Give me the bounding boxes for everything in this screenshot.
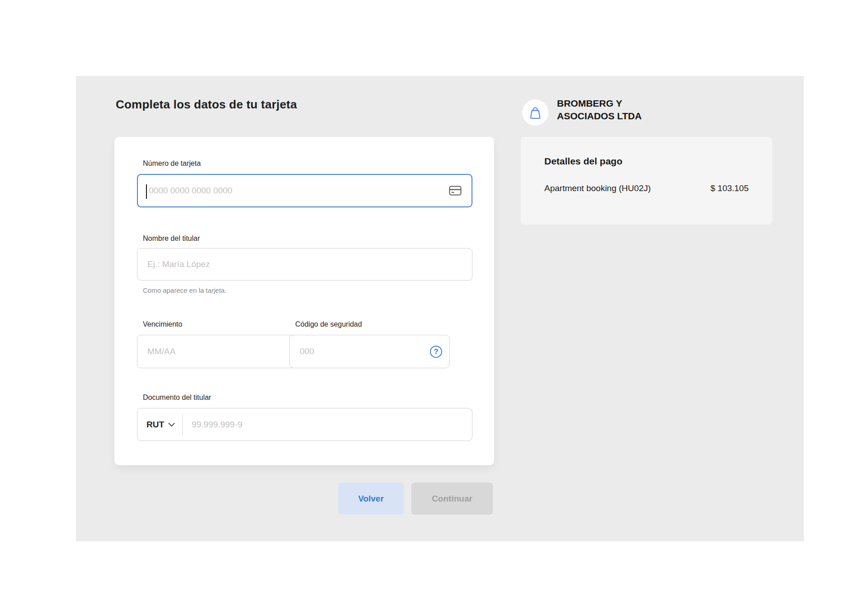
shopping-bag-icon <box>528 105 542 120</box>
continue-button[interactable]: Continuar <box>411 483 493 515</box>
payment-details-panel: Detalles del pago Apartment booking (HU0… <box>521 137 772 225</box>
document-field[interactable]: RUT <box>137 408 472 441</box>
question-mark-icon[interactable]: ? <box>430 346 442 358</box>
document-number-input[interactable] <box>183 408 472 441</box>
checkout-page: Completa los datos de tu tarjeta Número … <box>0 0 868 614</box>
card-number-label: Número de tarjeta <box>143 159 201 168</box>
document-label: Documento del titular <box>143 394 211 402</box>
cardholder-name-input[interactable] <box>137 248 472 280</box>
merchant-name: BROMBERG Y ASOCIADOS LTDA <box>557 97 642 122</box>
document-type-value: RUT <box>146 420 164 430</box>
payment-details-title: Detalles del pago <box>544 156 623 167</box>
card-form: Número de tarjeta Nombre del titular Com… <box>114 137 494 465</box>
payment-amount: $ 103.105 <box>710 183 749 193</box>
payment-item-label: Apartment booking (HU02J) <box>544 183 651 193</box>
back-button[interactable]: Volver <box>338 483 404 515</box>
chevron-down-icon <box>168 422 175 427</box>
credit-card-icon <box>449 186 462 196</box>
page-title: Completa los datos de tu tarjeta <box>116 98 297 112</box>
expiration-input[interactable] <box>137 335 299 368</box>
cardholder-name-label: Nombre del titular <box>143 234 200 243</box>
security-code-label: Código de seguridad <box>295 320 362 328</box>
cardholder-name-field[interactable] <box>137 248 472 281</box>
card-number-input[interactable] <box>138 175 472 206</box>
text-caret <box>146 184 147 199</box>
expiration-label: Vencimiento <box>143 320 182 328</box>
security-code-field[interactable]: ? <box>289 335 450 368</box>
cardholder-name-helper: Como aparece en la tarjeta. <box>143 286 226 294</box>
checkout-panel: Completa los datos de tu tarjeta Número … <box>76 76 804 541</box>
document-type-select[interactable]: RUT <box>137 408 182 441</box>
merchant-name-line2: ASOCIADOS LTDA <box>557 110 642 122</box>
payment-details-row: Apartment booking (HU02J) $ 103.105 <box>544 183 749 193</box>
merchant-name-line1: BROMBERG Y <box>557 97 642 110</box>
security-code-input[interactable] <box>290 335 449 368</box>
form-actions: Volver Continuar <box>76 483 494 515</box>
card-number-field[interactable] <box>137 174 472 207</box>
expiration-field[interactable] <box>137 335 300 368</box>
merchant-badge <box>522 99 548 126</box>
